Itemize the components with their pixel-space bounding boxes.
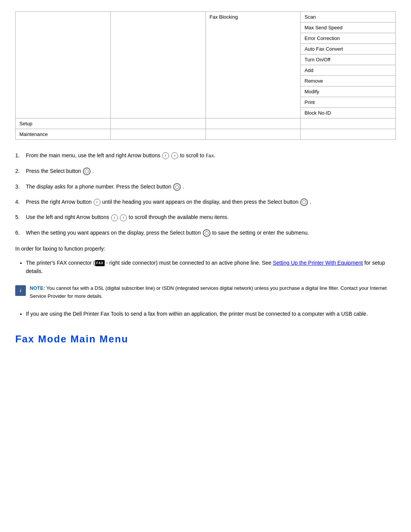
table-cell-max-send-speed: Max Send Speed bbox=[301, 22, 396, 33]
table-cell-modify: Modify bbox=[301, 86, 396, 97]
table-cell-scan: Scan bbox=[301, 12, 396, 22]
select-icon-4 bbox=[300, 198, 308, 206]
left-arrow-icon: ‹ bbox=[162, 152, 169, 159]
note-body: You cannot fax with a DSL (digital subsc… bbox=[30, 285, 387, 299]
step-6-number: 6. bbox=[15, 228, 23, 237]
step-4: 4. Press the right Arrow button › until … bbox=[15, 198, 396, 206]
table-cell-setup-col2 bbox=[110, 118, 206, 129]
step-5: 5. Use the left and right Arrow buttons … bbox=[15, 213, 396, 221]
step-1-content: From the main menu, use the left and rig… bbox=[26, 151, 396, 160]
table-cell-print: Print bbox=[301, 97, 396, 108]
table-cell-turn-on-off: Turn On/Off bbox=[301, 54, 396, 65]
setup-link[interactable]: Setting Up the Printer With Equipment bbox=[273, 260, 363, 266]
table-cell-setup-col4 bbox=[301, 118, 396, 129]
step-4-number: 4. bbox=[15, 198, 23, 206]
note-box: i NOTE: You cannot fax with a DSL (digit… bbox=[15, 283, 396, 302]
table-cell-block-no-id: Block No-ID bbox=[301, 108, 396, 118]
bullet-item-2: If you are using the Dell Printer Fax To… bbox=[26, 310, 396, 318]
left-arrow-icon-5: ‹ bbox=[111, 214, 118, 221]
select-icon-2 bbox=[83, 168, 91, 175]
table-cell-setup-col3 bbox=[206, 118, 301, 129]
right-arrow-icon-5: › bbox=[120, 214, 127, 221]
table-cell-maintenance-col3 bbox=[206, 129, 301, 140]
step-2-content: Press the Select button . bbox=[26, 167, 396, 175]
fax-mode-heading: Fax Mode Main Menu bbox=[15, 333, 396, 345]
table-cell-fax-blocking: Fax Blocking bbox=[206, 12, 301, 118]
select-icon-6 bbox=[203, 229, 210, 237]
table-cell-remove: Remove bbox=[301, 76, 396, 86]
note-icon: i bbox=[15, 285, 26, 296]
menu-table: Fax Blocking Scan Max Send Speed Error C… bbox=[15, 11, 396, 140]
table-cell-maintenance-col2 bbox=[110, 129, 206, 140]
step-3-content: The display asks for a phone number. Pre… bbox=[26, 182, 396, 191]
step-4-content: Press the right Arrow button › until the… bbox=[26, 198, 396, 206]
right-arrow-icon-4: › bbox=[94, 199, 100, 206]
bullet-item-1: The printer's FAX connector (FAX - right… bbox=[26, 259, 396, 276]
table-cell-add: Add bbox=[301, 65, 396, 76]
note-label: NOTE: bbox=[30, 285, 45, 291]
table-cell-auto-fax-convert: Auto Fax Convert bbox=[301, 44, 396, 54]
step-5-number: 5. bbox=[15, 213, 23, 221]
table-cell-maintenance-col4 bbox=[301, 129, 396, 140]
table-cell-error-correction: Error Correction bbox=[301, 33, 396, 44]
bullet-list-2: If you are using the Dell Printer Fax To… bbox=[26, 310, 396, 318]
bullet-list: The printer's FAX connector (FAX - right… bbox=[26, 259, 396, 276]
table-cell-maintenance: Maintenance bbox=[16, 129, 111, 140]
step-6-content: When the setting you want appears on the… bbox=[26, 228, 396, 237]
right-arrow-icon: › bbox=[171, 152, 178, 159]
step-2: 2. Press the Select button . bbox=[15, 167, 396, 175]
select-icon-3 bbox=[173, 183, 181, 191]
steps-list: 1. From the main menu, use the left and … bbox=[15, 151, 396, 237]
table-cell-col1 bbox=[16, 12, 111, 118]
step-1: 1. From the main menu, use the left and … bbox=[15, 151, 396, 160]
table-cell-col2 bbox=[110, 12, 206, 118]
intro-paragraph: In order for faxing to function properly… bbox=[15, 244, 396, 253]
step-5-content: Use the left and right Arrow buttons ‹ ›… bbox=[26, 213, 396, 221]
step-3-number: 3. bbox=[15, 182, 23, 191]
fax-badge: FAX bbox=[95, 260, 105, 266]
step-6: 6. When the setting you want appears on … bbox=[15, 228, 396, 237]
step-2-number: 2. bbox=[15, 167, 23, 175]
table-cell-setup: Setup bbox=[16, 118, 111, 129]
note-text: NOTE: You cannot fax with a DSL (digital… bbox=[30, 284, 396, 300]
step-1-number: 1. bbox=[15, 151, 23, 160]
step-3: 3. The display asks for a phone number. … bbox=[15, 182, 396, 191]
